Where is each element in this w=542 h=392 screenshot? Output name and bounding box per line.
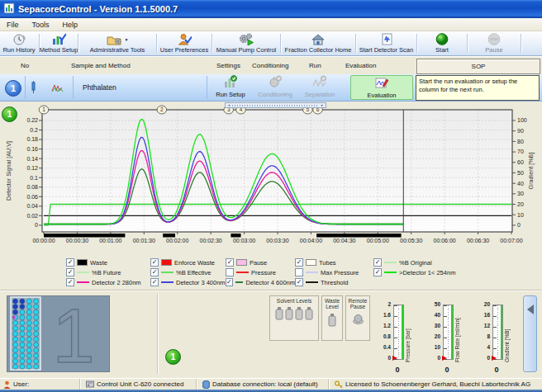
legend-swatch [77,272,89,273]
sop-header[interactable]: SOP [416,59,540,74]
svg-text:0: 0 [35,222,38,228]
pause-button[interactable]: STOP Pause [468,31,520,55]
legend-checkbox[interactable] [226,268,234,276]
status-hint: Start the run evaluation or setup the co… [416,75,540,101]
chart-zoom-scrollbar[interactable]: ◄ ► [225,102,326,108]
legend-item-waste: ✓Waste [66,258,150,267]
fraction-rack-panel[interactable]: + 1 [7,295,110,372]
chromatogram-panel: 00.020.040.060.080.10.120.140.160.180.20… [0,102,542,290]
gauge-pointer [492,356,497,361]
start-button[interactable]: Start [418,31,466,55]
waste-level-group: Waste Level [321,295,343,341]
rack-tube [26,315,31,320]
legend-checkbox[interactable]: ✓ [150,258,159,267]
manual-pump-control-icon [239,33,254,45]
legend-label: Threshold [321,279,348,286]
sample-row[interactable]: 1 Phthalaten Run Setup Conditioning [0,74,542,102]
rack-tube [26,364,31,369]
separation-step-button[interactable]: Separation [297,75,342,100]
active-run-badge: 1 [165,349,181,365]
legend-swatch [236,259,247,266]
legend-checkbox[interactable]: ✓ [150,268,159,276]
rack-tube [20,347,25,352]
menu-help[interactable]: Help [56,19,85,31]
run-setup-icon [223,75,238,90]
legend-label: %B Future [92,269,121,276]
legend-checkbox[interactable] [295,268,303,276]
legend-label: Detector 3 400nm [176,279,226,286]
conditioning-step-button[interactable]: Conditioning [253,75,297,100]
collapse-arrow-icon [527,305,534,314]
legend-checkbox[interactable]: ✓ [150,278,159,286]
svg-text:50: 50 [517,170,524,176]
legend-item--b-original: ✓%B Original [373,258,539,267]
manual-pump-control-button[interactable]: Manual Pump Control [213,31,279,55]
scroll-right-icon[interactable]: ► [319,103,326,107]
title-bar[interactable]: SepacoreControl - Version 1.1.5000.7 [0,0,542,18]
legend-checkbox[interactable]: ✓ [226,278,233,286]
run-history-icon [12,33,26,45]
run-number-badge: 1 [2,106,17,122]
legend-checkbox[interactable]: ✓ [373,258,382,267]
solvent-bottle-icon [275,306,283,320]
user-icon [3,380,11,389]
legend-checkbox[interactable]: ✓ [295,278,303,286]
solvent-levels-group: Solvent Levels [269,295,319,341]
administrative-tools-button[interactable]: ▼ Administrative Tools [79,31,155,55]
rack-tube [13,299,18,304]
svg-text:100: 100 [517,117,527,123]
remote-pause-button-icon[interactable] [352,313,364,324]
evaluation-step-button[interactable]: Evaluation [350,75,413,100]
solvent-bottle-icon [295,306,303,320]
menu-tools[interactable]: Tools [26,19,56,31]
legend-swatch [161,272,174,273]
legend-swatch [235,281,244,283]
fraction-collector-home-button[interactable]: Fraction Collector Home [282,31,354,55]
rack-tube [20,326,25,331]
legend-checkbox[interactable]: ✓ [226,258,234,267]
svg-text:0.2: 0.2 [30,127,38,133]
col-conditioning: Conditioning [252,62,288,69]
svg-text:80: 80 [517,139,524,144]
svg-text:0.1: 0.1 [30,175,38,181]
run-setup-step-button[interactable]: Run Setup [208,75,253,100]
rack-tube [20,364,25,369]
legend-item-detector-4-600nm: ✓Detector 4 600nm [226,278,295,286]
legend-checkbox[interactable]: ✓ [295,258,303,267]
user-preferences-button[interactable]: User Preferences [158,31,211,55]
dropdown-arrow-icon: ▼ [125,37,129,42]
rack-tube [13,305,18,309]
rack-tube [26,309,31,314]
legend-checkbox[interactable]: ✓ [66,268,74,276]
flow-rate-gauge: 50403020100 Flow Rate [ml/min] 0 [428,296,474,375]
gauge-pointer [442,356,447,361]
rack-tube [20,320,25,325]
svg-text:00:02:30: 00:02:30 [200,238,222,243]
rack-tube [26,305,31,309]
menu-bar: File Tools Help [0,18,542,31]
cell-separator [73,76,74,99]
remote-pause-group: Remote Pause [345,295,370,341]
run-history-button[interactable]: Run History [0,31,38,55]
solvent-bottle-icon [285,306,293,320]
legend-checkbox[interactable]: ✓ [373,268,382,276]
start-detector-scan-button[interactable]: Start Detector Scan [357,31,416,55]
svg-text:2: 2 [160,106,164,112]
collapse-panel-button[interactable] [523,295,537,372]
status-bar: User: Control Unit C-620 connected Datab… [0,378,542,392]
legend-item-enforce-waste: ✓Enforce Waste [150,258,226,267]
method-setup-button[interactable]: Method Setup [40,31,77,55]
rack-tube [20,342,25,347]
legend-checkbox[interactable]: ✓ [66,258,74,267]
panel-divider [157,294,158,374]
flow-rate-value: 0 [433,366,461,374]
legend-item-threshold: ✓Threshold [295,278,373,286]
rack-tube [20,305,25,309]
status-control-unit: Control Unit C-620 connected [83,379,197,390]
cell-separator [25,76,26,99]
legend-checkbox[interactable]: ✓ [66,278,74,286]
scroll-left-icon[interactable]: ◄ [226,103,232,107]
menu-file[interactable]: File [0,19,26,31]
rack-tube [13,347,18,352]
sample-name[interactable]: Phthalaten [83,83,116,92]
